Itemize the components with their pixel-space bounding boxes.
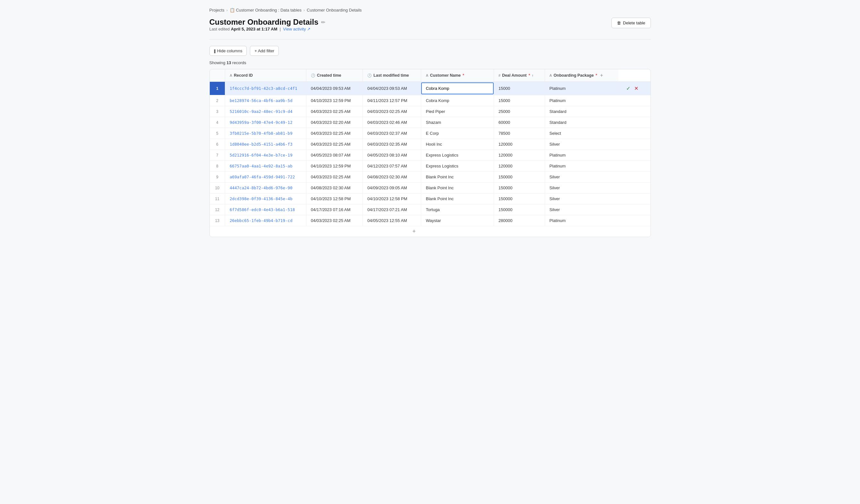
row-number: 1 [210, 82, 225, 95]
table-row[interactable]: 1326ebbc65-1feb-49b4-b719-cd04/03/2023 0… [210, 215, 650, 226]
col-header-record-id[interactable]: A Record ID [225, 69, 306, 82]
cell-onboarding-package[interactable]: Select [545, 128, 618, 139]
cell-record-id[interactable]: 5d212916-6f04-4e3e-b7ce-19 [225, 150, 306, 161]
add-column-button[interactable]: + [599, 72, 604, 78]
cell-deal-amount[interactable]: 120000 [494, 139, 545, 150]
row-number: 8 [210, 161, 225, 172]
breadcrumb-sep-2: › [303, 8, 305, 13]
table-row[interactable]: 75d212916-6f04-4e3e-b7ce-1904/05/2023 08… [210, 150, 650, 161]
sort-asc-icon[interactable]: ↑ [532, 73, 534, 77]
cell-onboarding-package[interactable]: Platinum [545, 215, 618, 226]
col-icon-onboarding-package: A [549, 73, 552, 77]
cell-customer-name[interactable]: Express Logistics [421, 161, 494, 172]
cell-last-modified: 04/11/2023 12:57 PM [363, 95, 421, 106]
cell-onboarding-package[interactable]: Platinum [545, 82, 618, 95]
cell-record-id[interactable]: 4447ca24-8b72-4bd6-976e-90 [225, 183, 306, 193]
add-filter-button[interactable]: + Add filter [250, 46, 279, 56]
cell-customer-name[interactable]: Blank Point Inc [421, 183, 494, 193]
col-header-customer-name[interactable]: A Customer Name * [421, 69, 494, 82]
cell-record-id[interactable]: be128974-56ca-4bf6-aa9b-5d [225, 95, 306, 106]
delete-table-button[interactable]: 🗑 Delete table [612, 18, 650, 28]
last-edited-date: April 5, 2023 at 1:17 AM [231, 27, 277, 31]
cell-record-id[interactable]: 5216010c-9aa2-48ec-91c9-d4 [225, 106, 306, 117]
cell-record-id[interactable]: 3fb0215e-5b70-4fb8-ab81-b9 [225, 128, 306, 139]
cell-record-id[interactable]: 1f4ccc7d-bf91-42c3-a8cd-c4f1 [225, 82, 306, 95]
cell-deal-amount[interactable]: 120000 [494, 150, 545, 161]
header-row: A Record ID 🕐 Created time 🕐 Las [210, 69, 650, 82]
table-row[interactable]: 866757aa0-4aa1-4e92-8a15-ab04/10/2023 12… [210, 161, 650, 172]
col-icon-deal-amount: # [499, 73, 500, 77]
cancel-edit-button[interactable]: ✕ [633, 85, 640, 92]
row-number: 9 [210, 172, 225, 183]
cell-customer-name[interactable]: Shazam [421, 117, 494, 128]
cell-deal-amount[interactable]: 150000 [494, 193, 545, 204]
cell-onboarding-package[interactable]: Silver [545, 183, 618, 193]
table-row[interactable]: 126f7d586f-edc0-4e43-b6a1-51804/17/2023 … [210, 204, 650, 215]
cell-onboarding-package[interactable]: Standard [545, 106, 618, 117]
cell-deal-amount[interactable]: 60000 [494, 117, 545, 128]
col-header-last-modified[interactable]: 🕐 Last modified time [363, 69, 421, 82]
cell-customer-name[interactable]: Express Logistics [421, 150, 494, 161]
cell-onboarding-package[interactable]: Platinum [545, 150, 618, 161]
add-row-row[interactable]: + [210, 226, 650, 237]
cell-deal-amount[interactable]: 15000 [494, 95, 545, 106]
cell-record-id[interactable]: 6f7d586f-edc0-4e43-b6a1-518 [225, 204, 306, 215]
cell-onboarding-package[interactable]: Platinum [545, 95, 618, 106]
table-row[interactable]: 112dcd398e-0f39-4136-845e-4b04/10/2023 1… [210, 193, 650, 204]
cell-last-modified: 04/17/2023 07:21 AM [363, 204, 421, 215]
cell-onboarding-package[interactable]: Standard [545, 117, 618, 128]
cell-last-modified: 04/03/2023 02:46 AM [363, 117, 421, 128]
view-activity-link[interactable]: View activity ↗ [283, 27, 311, 31]
cell-record-id[interactable]: 26ebbc65-1feb-49b4-b719-cd [225, 215, 306, 226]
table-row[interactable]: 11f4ccc7d-bf91-42c3-a8cd-c4f104/04/2023 … [210, 82, 650, 95]
cell-deal-amount[interactable]: 15000 [494, 82, 545, 95]
table-row[interactable]: 49d43959a-3f00-47e4-9c49-1204/03/2023 02… [210, 117, 650, 128]
cell-deal-amount[interactable]: 280000 [494, 215, 545, 226]
col-header-created-time[interactable]: 🕐 Created time [306, 69, 362, 82]
breadcrumb-projects[interactable]: Projects [210, 8, 225, 13]
cell-customer-name-editing[interactable] [421, 82, 494, 95]
table-row[interactable]: 53fb0215e-5b70-4fb8-ab81-b904/03/2023 02… [210, 128, 650, 139]
cell-deal-amount[interactable]: 78500 [494, 128, 545, 139]
table-row[interactable]: 2be128974-56ca-4bf6-aa9b-5d04/10/2023 12… [210, 95, 650, 106]
cell-deal-amount[interactable]: 150000 [494, 172, 545, 183]
cell-customer-name[interactable]: E Corp [421, 128, 494, 139]
cell-record-id[interactable]: 9d43959a-3f00-47e4-9c49-12 [225, 117, 306, 128]
cell-onboarding-package[interactable]: Platinum [545, 161, 618, 172]
add-row-cell[interactable]: + [210, 226, 618, 237]
table-row[interactable]: 9a69afa07-46fa-459d-9491-72204/03/2023 0… [210, 172, 650, 183]
cell-record-id[interactable]: a69afa07-46fa-459d-9491-722 [225, 172, 306, 183]
confirm-edit-button[interactable]: ✓ [625, 85, 632, 92]
cell-onboarding-package[interactable]: Silver [545, 193, 618, 204]
cell-customer-name[interactable]: Blank Point Inc [421, 193, 494, 204]
cell-record-id[interactable]: 66757aa0-4aa1-4e92-8a15-ab [225, 161, 306, 172]
cell-customer-name[interactable]: Waystar [421, 215, 494, 226]
table-row[interactable]: 61d8040ee-b2d5-4151-a4b6-f304/03/2023 02… [210, 139, 650, 150]
cell-onboarding-package[interactable]: Silver [545, 204, 618, 215]
edit-title-icon[interactable]: ✏ [321, 19, 325, 25]
cell-deal-amount[interactable]: 150000 [494, 183, 545, 193]
col-header-onboarding-package[interactable]: A Onboarding Package * + [545, 69, 618, 82]
cell-deal-amount[interactable]: 150000 [494, 204, 545, 215]
cell-record-id[interactable]: 1d8040ee-b2d5-4151-a4b6-f3 [225, 139, 306, 150]
cell-deal-amount[interactable]: 120000 [494, 161, 545, 172]
cell-deal-amount[interactable]: 25000 [494, 106, 545, 117]
cell-customer-name[interactable]: Hooli Inc [421, 139, 494, 150]
table-row[interactable]: 104447ca24-8b72-4bd6-976e-9004/08/2023 0… [210, 183, 650, 193]
hide-columns-button[interactable]: ||| Hide columns [210, 46, 247, 56]
row-number: 10 [210, 183, 225, 193]
cell-customer-name[interactable]: Tortuga [421, 204, 494, 215]
col-header-deal-amount[interactable]: # Deal Amount * ↑ [494, 69, 545, 82]
cell-customer-name[interactable]: Blank Point Inc [421, 172, 494, 183]
cell-customer-name[interactable]: Cobra Komp [421, 95, 494, 106]
breadcrumb-data-tables[interactable]: 📋 Customer Onboarding : Data tables [230, 8, 302, 13]
page-title-row: Customer Onboarding Details ✏ [210, 18, 325, 27]
cell-customer-name[interactable]: Pied Piper [421, 106, 494, 117]
cell-record-id[interactable]: 2dcd398e-0f39-4136-845e-4b [225, 193, 306, 204]
cell-onboarding-package[interactable]: Silver [545, 172, 618, 183]
hide-cols-icon: ||| [214, 48, 215, 53]
cell-onboarding-package[interactable]: Silver [545, 139, 618, 150]
col-icon-customer-name: A [426, 73, 428, 77]
table-row[interactable]: 35216010c-9aa2-48ec-91c9-d404/03/2023 02… [210, 106, 650, 117]
customer-name-input[interactable] [421, 83, 494, 94]
